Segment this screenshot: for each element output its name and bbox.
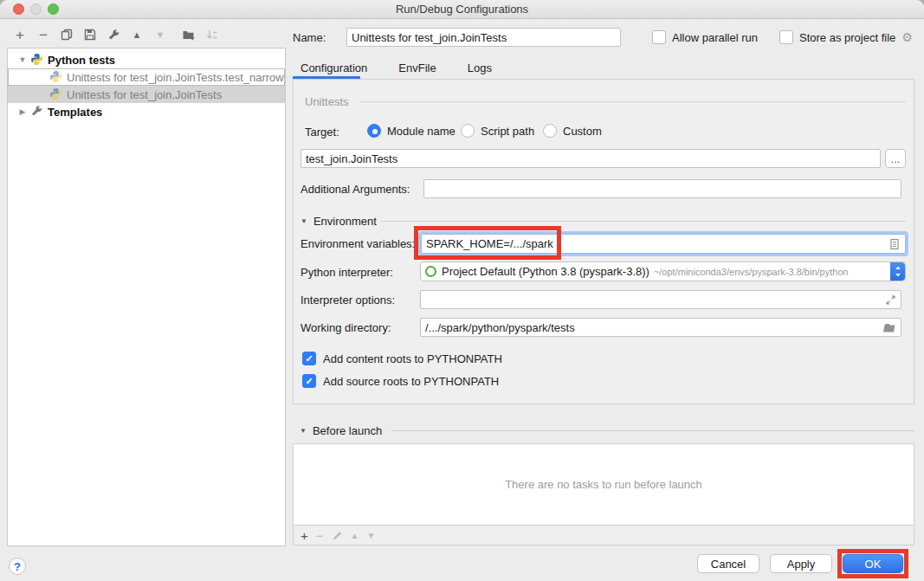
tree-item-unittests-jointests[interactable]: Unittests for test_join.JoinTests — [8, 86, 285, 103]
configurations-toolbar: + − ▲ ▼ — [10, 24, 270, 45]
browse-module-button[interactable]: ... — [885, 149, 906, 168]
close-window-button[interactable] — [13, 3, 24, 15]
tab-envfile[interactable]: EnvFile — [398, 61, 436, 74]
target-script-path-option[interactable]: Script path — [461, 124, 534, 138]
unittests-group-title: Unittests — [305, 95, 349, 108]
name-label: Name: — [293, 31, 326, 44]
edit-task-icon[interactable] — [332, 530, 343, 541]
additional-arguments-input[interactable] — [429, 183, 896, 196]
tree-item-unittests-test-narrow[interactable]: Unittests for test_join.JoinTests.test_n… — [8, 68, 285, 86]
check-icon: ✓ — [305, 353, 313, 365]
python-test-icon — [49, 70, 63, 84]
interpreter-options-label: Interpreter options: — [300, 294, 395, 307]
name-field[interactable] — [346, 28, 621, 47]
gear-icon[interactable]: ⚙ — [901, 30, 913, 44]
script-path-label: Script path — [481, 125, 534, 138]
tree-item-label: Unittests for test_join.JoinTests.test_n… — [67, 71, 284, 84]
module-name-field[interactable] — [300, 149, 881, 168]
save-configuration-icon[interactable] — [81, 25, 100, 44]
allow-parallel-run-option[interactable]: Allow parallel run — [652, 30, 758, 44]
expand-editor-icon[interactable] — [885, 294, 896, 306]
templates-wrench-icon — [30, 105, 44, 119]
title-bar: Run/Debug Configurations — [0, 0, 924, 19]
allow-parallel-run-checkbox[interactable] — [652, 30, 666, 44]
move-task-down-icon[interactable]: ▼ — [366, 531, 375, 540]
move-up-icon[interactable]: ▲ — [127, 25, 146, 44]
add-content-roots-label: Add content roots to PYTHONPATH — [323, 352, 502, 365]
annotation-box-ok-button — [837, 549, 908, 578]
window-title: Run/Debug Configurations — [0, 0, 924, 18]
browse-environment-variables-icon[interactable] — [888, 238, 901, 250]
tab-bar: Configuration EnvFile Logs — [300, 61, 492, 74]
python-test-icon — [49, 87, 63, 101]
cancel-button[interactable]: Cancel — [697, 554, 759, 573]
module-name-label: Module name — [387, 125, 456, 138]
tab-configuration[interactable]: Configuration — [300, 61, 367, 74]
remove-task-icon[interactable]: − — [316, 529, 324, 542]
python-interpreter-label: Python interpreter: — [300, 266, 393, 279]
working-directory-input[interactable] — [425, 321, 882, 334]
annotation-box-environment-variables — [414, 226, 561, 260]
python-interpreter-value: Project Default (Python 3.8 (pyspark-3.8… — [442, 265, 649, 278]
tree-item-label: Unittests for test_join.JoinTests — [67, 88, 222, 101]
move-task-up-icon[interactable]: ▲ — [351, 531, 359, 540]
move-down-icon[interactable]: ▼ — [151, 25, 170, 44]
copy-configuration-icon[interactable] — [57, 25, 76, 44]
new-folder-icon[interactable] — [179, 25, 198, 44]
browse-folder-icon[interactable] — [882, 322, 896, 333]
chevron-right-icon[interactable]: ▶ — [16, 107, 29, 116]
add-task-icon[interactable]: + — [300, 529, 308, 542]
add-source-roots-option[interactable]: ✓ Add source roots to PYTHONPATH — [302, 374, 499, 388]
target-custom-option[interactable]: Custom — [543, 124, 602, 138]
chevron-down-icon[interactable]: ▼ — [16, 55, 29, 64]
help-button[interactable]: ? — [9, 558, 26, 575]
environment-group-header[interactable]: ▼ Environment — [300, 215, 377, 228]
custom-label: Custom — [563, 125, 602, 138]
run-debug-configurations-dialog: Run/Debug Configurations + − ▲ ▼ ▼ Pyth — [0, 0, 924, 581]
collapse-environment-icon[interactable]: ▼ — [300, 217, 307, 225]
target-module-name-option[interactable]: Module name — [367, 124, 456, 138]
dropdown-stepper-icon[interactable] — [890, 262, 905, 281]
add-source-roots-checkbox[interactable]: ✓ — [302, 374, 316, 388]
python-interpreter-path: ~/opt/miniconda3/envs/pyspark-3.8/bin/py… — [654, 267, 890, 277]
environment-group-title: Environment — [313, 215, 377, 228]
tree-item-python-tests[interactable]: ▼ Python tests — [8, 51, 285, 68]
tree-item-label: Templates — [48, 106, 102, 119]
before-launch-container: There are no tasks to run before launch … — [293, 443, 914, 545]
store-as-project-file-option[interactable]: Store as project file ⚙ — [779, 30, 913, 44]
collapse-before-launch-icon[interactable]: ▼ — [300, 427, 307, 435]
conda-environment-icon — [425, 266, 436, 277]
before-launch-task-list[interactable]: There are no tasks to run before launch — [294, 444, 914, 526]
before-launch-header[interactable]: ▼ Before launch — [300, 424, 382, 437]
module-name-radio[interactable] — [367, 124, 381, 138]
add-content-roots-option[interactable]: ✓ Add content roots to PYTHONPATH — [302, 352, 502, 365]
apply-button[interactable]: Apply — [770, 554, 832, 573]
sort-configurations-icon[interactable] — [203, 25, 222, 44]
module-name-input[interactable] — [306, 152, 876, 165]
tab-logs[interactable]: Logs — [468, 61, 492, 74]
target-label: Target: — [305, 126, 339, 139]
edit-templates-icon[interactable] — [104, 25, 123, 44]
zoom-window-button[interactable] — [48, 3, 59, 15]
custom-radio[interactable] — [543, 124, 557, 138]
remove-configuration-icon[interactable]: − — [34, 25, 53, 44]
interpreter-options-field[interactable] — [420, 290, 901, 309]
add-content-roots-checkbox[interactable]: ✓ — [302, 352, 316, 365]
script-path-radio[interactable] — [461, 124, 475, 138]
before-launch-empty-message: There are no tasks to run before launch — [505, 478, 702, 491]
working-directory-field[interactable] — [420, 318, 901, 337]
help-icon: ? — [14, 560, 21, 573]
store-as-project-file-checkbox[interactable] — [779, 30, 793, 44]
minimize-window-button[interactable] — [30, 3, 42, 15]
python-icon — [30, 53, 44, 67]
check-icon: ✓ — [305, 376, 313, 387]
before-launch-toolbar: + − ▲ ▼ — [294, 526, 914, 545]
add-configuration-icon[interactable]: + — [10, 25, 29, 44]
additional-arguments-field[interactable] — [423, 179, 901, 198]
tree-item-templates[interactable]: ▶ Templates — [8, 103, 285, 120]
name-input[interactable] — [352, 31, 616, 44]
interpreter-options-input[interactable] — [425, 294, 885, 307]
python-interpreter-select[interactable]: Project Default (Python 3.8 (pyspark-3.8… — [420, 261, 906, 281]
add-source-roots-label: Add source roots to PYTHONPATH — [323, 375, 499, 388]
environment-group-divider — [381, 221, 906, 222]
